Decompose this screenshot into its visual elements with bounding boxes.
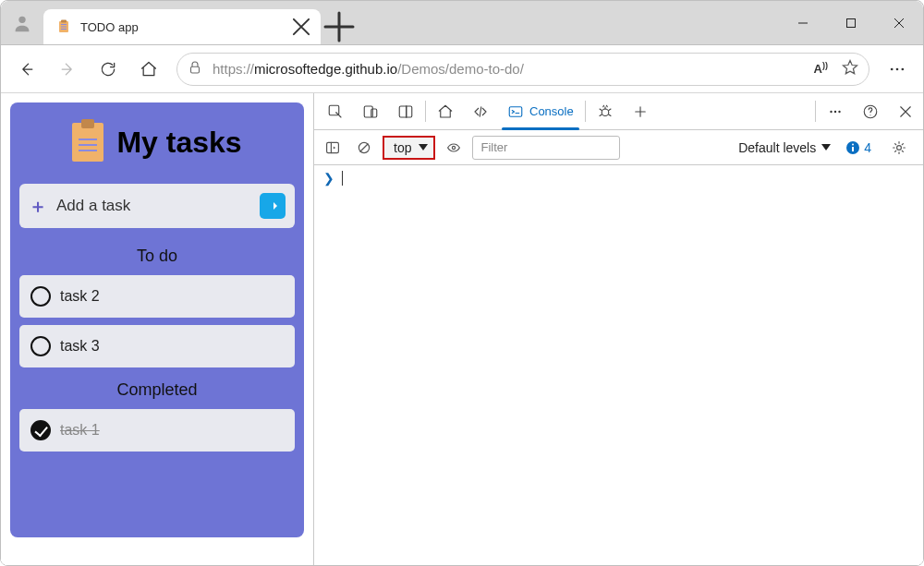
devtools-more-button[interactable] [818,93,853,129]
tab-console-label: Console [529,104,574,118]
close-icon [893,17,906,30]
console-toolbar: top Filter Default levels 4 [314,130,923,165]
more-horizontal-icon [888,60,906,78]
lock-icon [187,59,203,76]
chevron-right-icon: ❯ [323,171,334,186]
task-checkbox[interactable] [30,286,51,307]
devtools-tabstrip: Console [314,93,923,130]
task-checkbox[interactable] [30,336,51,356]
svg-point-18 [834,110,836,112]
refresh-button[interactable] [90,51,127,88]
browser-tab[interactable]: TODO app [43,9,321,44]
close-icon [897,103,914,120]
clear-icon [357,140,371,155]
sidebar-icon [325,140,340,155]
svg-point-0 [18,16,25,22]
more-horizontal-icon [827,103,844,120]
plus-icon: ＋ [29,194,47,219]
tab-title: TODO app [80,20,280,34]
home-button[interactable] [130,51,167,88]
profile-button[interactable] [1,1,43,44]
code-icon [472,103,489,120]
tab-add[interactable] [623,93,658,129]
device-toolbar-button[interactable] [353,93,388,129]
address-bar[interactable]: https://microsoftedge.github.io/Demos/de… [176,53,869,86]
tab-close-button[interactable] [289,15,313,39]
svg-point-17 [830,110,832,112]
console-prompt[interactable]: ❯ [323,171,914,186]
task-checkbox[interactable] [30,420,51,440]
clipboard-icon [72,123,103,162]
svg-rect-4 [61,27,67,28]
back-button[interactable] [8,51,45,88]
issues-count: 4 [864,140,871,155]
browser-menu-button[interactable] [879,51,916,88]
svg-point-19 [838,110,840,112]
url-host: microsoftedge.github.io [254,61,397,77]
gear-icon [892,140,906,155]
tab-console[interactable]: Console [498,93,583,129]
app-title: My tasks [116,126,241,160]
clear-console-button[interactable] [351,135,377,161]
live-expression-button[interactable] [441,135,467,161]
svg-rect-13 [371,109,377,117]
context-selector[interactable]: top [383,136,435,160]
forward-button[interactable] [49,51,86,88]
tab-welcome[interactable] [428,93,463,129]
task-name: task 3 [60,338,100,355]
console-sidebar-toggle[interactable] [320,135,346,161]
favorite-button[interactable] [841,58,859,80]
console-settings-button[interactable] [886,135,912,161]
task-row[interactable]: task 2 [19,275,295,318]
home-icon [437,103,454,120]
svg-point-9 [896,67,899,70]
console-icon [507,103,524,120]
issues-counter[interactable]: 4 [845,140,871,155]
dock-side-button[interactable] [388,93,423,129]
console-body[interactable]: ❯ [314,165,923,565]
inspect-icon [327,103,344,120]
browser-toolbar: https://microsoftedge.github.io/Demos/de… [1,45,923,93]
log-levels-selector[interactable]: Default levels [738,140,831,155]
add-task-submit-button[interactable] [260,193,286,219]
chevron-down-icon [821,144,831,151]
task-name: task 2 [60,288,100,305]
read-aloud-button[interactable]: A)) [814,61,828,76]
tab-elements[interactable] [463,93,498,129]
svg-rect-6 [847,18,856,27]
svg-rect-7 [191,66,200,73]
eye-icon [446,140,461,155]
svg-point-27 [897,145,902,150]
window-close-button[interactable] [875,1,923,44]
maximize-button[interactable] [827,1,875,44]
section-header-todo: To do [19,247,295,266]
todo-app-page: My tasks ＋ Add a task To do task 2 task … [1,93,313,565]
task-row[interactable]: task 1 [19,409,295,452]
site-info-button[interactable] [187,59,203,79]
url-scheme: https:// [213,61,254,77]
tab-issues[interactable] [588,93,623,129]
task-row[interactable]: task 3 [19,325,295,367]
new-tab-button[interactable] [321,9,358,44]
devtools-close-button[interactable] [888,93,923,129]
info-icon [845,140,860,155]
console-filter-input[interactable]: Filter [472,136,620,160]
svg-rect-2 [61,20,67,23]
svg-point-26 [852,143,854,145]
svg-rect-3 [61,24,67,25]
minimize-icon [797,18,808,29]
add-task-placeholder: Add a task [56,197,250,215]
window-titlebar: TODO app [1,1,923,45]
add-task-input[interactable]: ＋ Add a task [19,184,295,228]
plus-icon [321,8,358,45]
filter-placeholder: Filter [480,140,507,154]
section-header-completed: Completed [19,380,295,400]
maximize-icon [845,18,857,29]
window-controls [779,1,923,44]
minimize-button[interactable] [779,1,827,44]
inspect-element-button[interactable] [318,93,353,129]
panel-icon [397,103,414,120]
arrow-right-icon [58,60,77,78]
devtools-help-button[interactable] [853,93,888,129]
devices-icon [362,103,379,120]
